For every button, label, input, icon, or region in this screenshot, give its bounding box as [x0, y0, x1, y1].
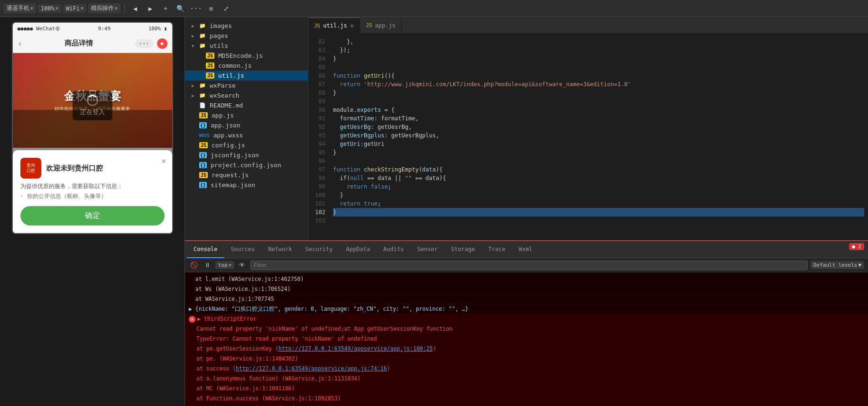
devtools-tab-audits[interactable]: Audits: [377, 241, 410, 258]
modal-logo: 贵州口腔: [20, 158, 41, 179]
zoom-selector[interactable]: 100% ▼: [38, 4, 61, 13]
zoom-label: 100%: [41, 5, 55, 12]
clear-console-button[interactable]: 🚫: [189, 260, 199, 271]
badge-count: ● 2: [852, 244, 861, 250]
add-icon[interactable]: ＋: [159, 2, 172, 15]
code-line-91: formatTime: formatTime,: [333, 114, 864, 123]
modal-confirm-button[interactable]: 确定: [20, 206, 165, 226]
file-item-pages[interactable]: ▶📁pages: [185, 31, 308, 41]
file-item-sitemap-json[interactable]: {}sitemap.json: [185, 180, 308, 190]
forward-icon[interactable]: ▶: [144, 2, 157, 15]
devtools-tab-storage[interactable]: Storage: [444, 241, 482, 258]
devtools-tab-sensor[interactable]: Sensor: [410, 241, 444, 258]
phone-back-button[interactable]: ‹: [18, 38, 23, 48]
line-number-85: 85: [308, 63, 331, 72]
file-name: util.js: [218, 72, 244, 79]
pause-button[interactable]: ⏸: [202, 260, 212, 271]
line-number-86: 86: [308, 72, 331, 80]
line-number-91: 91: [308, 114, 331, 123]
file-item-request-js[interactable]: JSrequest.js: [185, 170, 308, 180]
code-line-86: function getUri(){: [333, 72, 864, 80]
file-item-utils[interactable]: ▼📁utils: [185, 41, 308, 51]
console-entry: TypeError: Cannot read property 'nickNam…: [185, 334, 868, 344]
file-item-MD5Encode-js[interactable]: JSMD5Encode.js: [185, 51, 308, 61]
more-icon[interactable]: ···: [189, 2, 203, 15]
network-label: WiFi: [66, 5, 80, 12]
file-item-common-js[interactable]: JScommon.js: [185, 61, 308, 71]
line-number-101: 101: [308, 199, 331, 208]
line-number-87: 87: [308, 80, 331, 89]
file-item-app-js[interactable]: JSapp.js: [185, 110, 308, 120]
zoom-arrow: ▼: [55, 6, 58, 11]
eye-icon[interactable]: 👁: [237, 260, 248, 271]
code-line-99: return false;: [333, 182, 864, 191]
record-icon: ●: [160, 41, 163, 46]
modal-close-button[interactable]: ×: [161, 156, 166, 166]
file-item-README-md[interactable]: 📄README.md: [185, 100, 308, 110]
line-number-98: 98: [308, 174, 331, 182]
separator-1: [124, 4, 125, 13]
devtools-tab-appdata[interactable]: AppData: [340, 241, 377, 258]
phone-menu-button[interactable]: ···: [135, 39, 153, 48]
devtools-tab-wxml[interactable]: Wxml: [512, 241, 539, 258]
folder-arrow-icon: ▶: [192, 34, 197, 38]
file-item-project-config.json[interactable]: {}project.config.json: [185, 160, 308, 170]
console-link[interactable]: http://127.0.0.1:63549/appservice/app.js…: [236, 365, 387, 372]
wxss-file-icon: WXSS: [199, 133, 210, 138]
code-line-101: return true;: [333, 199, 864, 208]
tab-util-js[interactable]: JS util.js ×: [308, 18, 360, 33]
console-filter-input[interactable]: [250, 261, 808, 270]
folder-icon: 📁: [199, 92, 206, 99]
file-item-util-js[interactable]: JSutil.js: [185, 71, 308, 81]
file-name: config.js: [212, 142, 245, 149]
phone-record-button[interactable]: ●: [157, 38, 167, 49]
back-icon[interactable]: ◀: [129, 2, 142, 15]
devtools-tab-sources[interactable]: Sources: [224, 241, 262, 258]
console-entry: ▶ {nickName: "口疾口腔义口腔", gender: 0, langu…: [185, 304, 868, 314]
list-icon[interactable]: ≡: [204, 2, 218, 15]
json-file-icon: {}: [199, 182, 207, 188]
search-icon[interactable]: 🔍: [174, 2, 187, 15]
devtools-tab-network[interactable]: Network: [261, 241, 299, 258]
phone-modal-backdrop: × 贵州口腔 欢迎未到贵州口腔 为提供优质的服务，需要获取以下信息： · 你的公…: [13, 110, 172, 233]
file-item-images[interactable]: ▶📁images: [185, 21, 308, 31]
file-item-app-json[interactable]: {}app.json: [185, 120, 308, 130]
console-entry: at success (http://127.0.0.1:63549/appse…: [185, 364, 868, 374]
modal-header: 贵州口腔 欢迎未到贵州口腔: [20, 158, 165, 179]
expand-icon[interactable]: ⤢: [220, 2, 233, 15]
devtools-tab-console[interactable]: Console: [187, 241, 224, 258]
mode-selector[interactable]: 模拟操作 ▼: [88, 3, 120, 13]
console-entry: ✕▶ thirdScriptError: [185, 314, 868, 324]
file-item-app-wxss[interactable]: WXSSapp.wxss: [185, 130, 308, 140]
devtools-tab-trace[interactable]: Trace: [481, 241, 512, 258]
console-link[interactable]: http://127.0.0.1:63549/appservice/app.js…: [278, 345, 433, 352]
file-item-config-js[interactable]: JSconfig.js: [185, 140, 308, 150]
line-number-84: 84: [308, 54, 331, 63]
level-selector[interactable]: Default levels ▼: [811, 261, 864, 269]
network-selector[interactable]: WiFi ▼: [63, 4, 86, 13]
tab-util-label: util.js: [323, 22, 347, 29]
code-line-89: [333, 97, 864, 106]
tab-util-close[interactable]: ×: [350, 22, 354, 29]
tab-app-js[interactable]: JS app.js: [360, 18, 402, 33]
device-label: 通遥手机: [7, 4, 29, 12]
devtools-tab-security[interactable]: Security: [299, 241, 340, 258]
line-number-102: 102: [308, 208, 331, 217]
mode-label: 模拟操作: [91, 4, 114, 12]
device-selector[interactable]: 通遥手机 ▼: [4, 3, 36, 13]
code-line-93: getUesrBgplus: getUesrBgplus,: [333, 131, 864, 140]
context-selector[interactable]: top ▼: [215, 261, 234, 269]
code-line-88: }: [333, 89, 864, 97]
code-line-82: },: [333, 37, 864, 46]
file-item-wxSearch[interactable]: ▶📁wxSearch: [185, 90, 308, 100]
file-item-jsconfig-json[interactable]: {}jsconfig.json: [185, 150, 308, 160]
device-arrow: ▼: [30, 6, 33, 11]
level-label: Default levels: [813, 262, 858, 268]
error-icon: ✕: [189, 316, 195, 323]
error-badge: ● 2: [849, 243, 864, 250]
js-file-icon: JS: [199, 142, 208, 148]
line-number-89: 89: [308, 97, 331, 106]
file-item-wxParse[interactable]: ▶📁wxParse: [185, 81, 308, 90]
tab-app-js-icon: JS: [366, 22, 372, 28]
line-number-92: 92: [308, 123, 331, 131]
